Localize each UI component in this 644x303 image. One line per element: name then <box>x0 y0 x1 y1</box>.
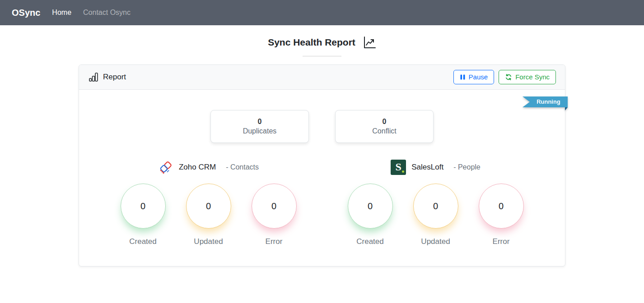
connector-module: - People <box>453 163 481 171</box>
conflict-label: Conflict <box>372 127 396 135</box>
metrics-row: 0 Created 0 Updated 0 Error <box>348 184 524 246</box>
connector-header: Zoho CRM - Contacts <box>158 160 259 175</box>
status-ribbon-label: Running <box>523 96 568 107</box>
report-card-body: Running 0 Duplicates 0 Conflict <box>79 90 565 266</box>
duplicates-label: Duplicates <box>243 127 277 135</box>
error-count-circle: 0 <box>479 184 524 229</box>
metrics-row: 0 Created 0 Updated 0 Error <box>121 184 297 246</box>
connector-salesloft: S SalesLoft - People 0 Created 0 Updated <box>348 160 524 246</box>
metric-created: 0 Created <box>121 184 166 246</box>
force-sync-button-label: Force Sync <box>515 73 550 81</box>
page-title-row: Sync Health Report <box>0 35 644 50</box>
title-divider <box>303 56 341 56</box>
salesloft-logo-dot <box>402 170 404 173</box>
sync-refresh-icon <box>505 73 512 81</box>
handshake-icon <box>158 160 173 175</box>
connector-header: S SalesLoft - People <box>391 160 480 175</box>
card-title: Report <box>103 73 126 82</box>
duplicates-value: 0 <box>258 118 262 126</box>
metric-updated: 0 Updated <box>186 184 231 246</box>
pause-button[interactable]: Pause <box>453 70 495 84</box>
created-count-circle: 0 <box>348 184 393 229</box>
error-count-circle: 0 <box>252 184 297 229</box>
metric-updated: 0 Updated <box>413 184 458 246</box>
conflict-value: 0 <box>383 118 387 126</box>
metric-created: 0 Created <box>348 184 393 246</box>
sync-columns: Zoho CRM - Contacts 0 Created 0 Updated … <box>79 160 565 246</box>
metric-error: 0 Error <box>479 184 524 246</box>
connector-zoho-crm: Zoho CRM - Contacts 0 Created 0 Updated … <box>121 160 297 246</box>
page-title: Sync Health Report <box>268 37 355 48</box>
conflict-box: 0 Conflict <box>335 110 434 143</box>
created-count-circle: 0 <box>121 184 166 229</box>
updated-label: Updated <box>194 237 223 246</box>
summary-row: 0 Duplicates 0 Conflict <box>79 110 565 143</box>
created-label: Created <box>356 237 383 246</box>
error-label: Error <box>266 237 283 246</box>
connector-name: Zoho CRM <box>179 163 216 172</box>
header-actions: Pause Force Sync <box>453 70 556 84</box>
pause-button-label: Pause <box>469 73 488 81</box>
salesloft-logo: S <box>391 160 406 175</box>
connector-module: - Contacts <box>226 163 259 171</box>
navbar: OSync Home Contact Osync <box>0 0 644 25</box>
metric-error: 0 Error <box>252 184 297 246</box>
brand-logo[interactable]: OSync <box>12 8 40 18</box>
status-ribbon: Running <box>523 96 568 107</box>
updated-count-circle: 0 <box>186 184 231 229</box>
report-card-header: Report Pause <box>79 65 565 90</box>
connector-name: SalesLoft <box>411 163 443 172</box>
nav-links: Home Contact Osync <box>52 9 131 17</box>
pause-icon <box>460 74 466 80</box>
force-sync-button[interactable]: Force Sync <box>499 70 556 84</box>
salesloft-logo-letter: S <box>396 161 401 172</box>
ribbon-fold <box>565 107 568 110</box>
report-card: Report Pause <box>79 64 565 266</box>
duplicates-box: 0 Duplicates <box>210 110 309 143</box>
created-label: Created <box>129 237 156 246</box>
nav-item-home[interactable]: Home <box>52 9 71 17</box>
nav-item-contact-osync[interactable]: Contact Osync <box>83 9 131 17</box>
bar-chart-icon <box>88 72 99 83</box>
trend-up-chart-icon <box>362 35 376 50</box>
updated-label: Updated <box>421 237 450 246</box>
updated-count-circle: 0 <box>413 184 458 229</box>
error-label: Error <box>493 237 510 246</box>
